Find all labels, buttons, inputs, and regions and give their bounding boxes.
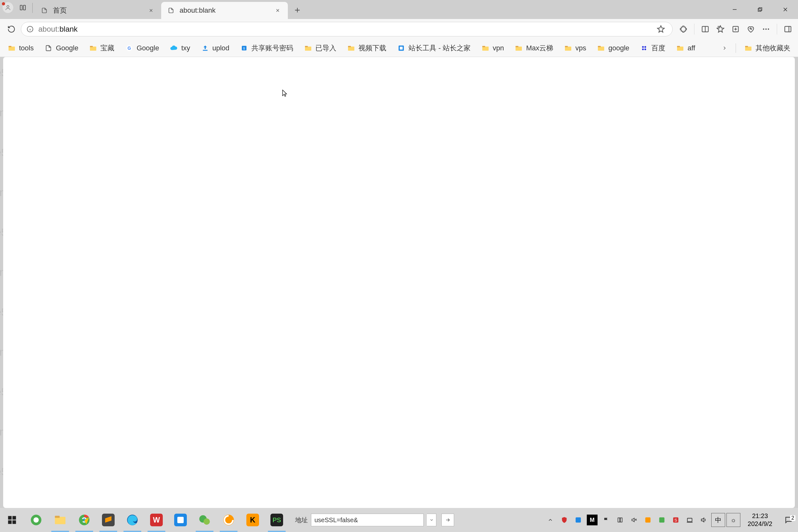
bookmark-item[interactable]: uplod <box>198 43 232 54</box>
favorites-list-button[interactable] <box>714 23 727 36</box>
zz-icon <box>397 44 405 52</box>
bookmark-label: 其他收藏夹 <box>756 43 791 53</box>
bookmark-item[interactable]: 站长工具 - 站长之家 <box>395 42 473 54</box>
svg-rect-42 <box>745 46 748 47</box>
taskbar-app-wps[interactable]: W <box>145 508 169 532</box>
bookmark-item[interactable]: vps <box>562 43 589 54</box>
page-icon <box>40 6 49 15</box>
close-icon[interactable] <box>147 6 155 15</box>
svg-rect-15 <box>90 46 93 47</box>
tab-actions-button[interactable] <box>17 2 28 13</box>
start-button[interactable] <box>0 508 24 532</box>
bookmark-item[interactable]: google <box>594 43 632 54</box>
extensions-button[interactable] <box>677 23 690 36</box>
close-icon[interactable] <box>273 6 282 15</box>
taskbar-clock[interactable]: 21:23 2024/9/2 <box>741 510 779 530</box>
tray-overflow-button[interactable] <box>544 508 557 532</box>
folder-icon <box>515 44 523 52</box>
bookmark-item[interactable]: txy <box>167 43 192 54</box>
address-bar[interactable]: about:blank <box>21 22 672 36</box>
tray-green-icon[interactable] <box>655 508 669 532</box>
tray-security-icon[interactable] <box>557 508 571 532</box>
minimize-button[interactable] <box>722 0 747 19</box>
tab-home[interactable]: 首页 <box>35 2 161 19</box>
taskbar-app-360[interactable] <box>24 508 48 532</box>
taskbar-address-go[interactable] <box>441 514 454 526</box>
taskbar-address-dropdown[interactable] <box>427 514 436 526</box>
separator <box>694 24 695 35</box>
svg-point-37 <box>642 48 644 50</box>
bookmark-item[interactable]: 已导入 <box>302 42 339 54</box>
tab-title: about:blank <box>179 6 216 15</box>
bookmark-label: Max云梯 <box>526 43 553 53</box>
bookmark-item[interactable]: Max云梯 <box>512 42 556 54</box>
more-button[interactable] <box>760 23 772 36</box>
folder-icon <box>7 44 16 52</box>
cloud-icon <box>170 44 178 52</box>
svg-point-8 <box>763 28 764 30</box>
bookmark-label: vps <box>575 44 586 52</box>
tray-flag-icon[interactable] <box>599 508 613 532</box>
folder-icon <box>676 44 684 52</box>
bookmark-overflow-button[interactable] <box>719 44 730 52</box>
bookmark-item[interactable]: 宝藏 <box>87 42 117 54</box>
refresh-button[interactable] <box>4 21 19 37</box>
svg-text:K: K <box>250 516 255 524</box>
url-scheme: about: <box>38 25 59 33</box>
taskbar-app-edge[interactable] <box>120 508 145 532</box>
tray-orange-icon[interactable] <box>641 508 655 532</box>
bookmark-item[interactable]: vpn <box>479 43 506 54</box>
tab-about-blank[interactable]: about:blank <box>161 2 288 19</box>
bookmark-label: tools <box>19 44 34 52</box>
taskbar-app-explorer[interactable] <box>48 508 72 532</box>
bookmark-item[interactable]: 百度 <box>638 42 668 54</box>
site-info-icon[interactable] <box>26 25 34 33</box>
ime-language-button[interactable]: 中 <box>711 513 725 527</box>
taskbar-app-orange-k[interactable]: K <box>241 508 265 532</box>
taskbar-app-terminal[interactable]: PS <box>265 508 289 532</box>
tray-app-blue-icon[interactable] <box>571 508 585 532</box>
collections-button[interactable] <box>729 23 742 36</box>
bookmark-label: vpn <box>493 44 504 52</box>
bookmark-label: 共享账号密码 <box>251 43 293 53</box>
tray-volume-icon[interactable] <box>697 508 710 532</box>
svg-point-38 <box>644 48 646 50</box>
tray-network-icon[interactable] <box>683 508 697 532</box>
bookmark-item[interactable]: aff <box>673 43 698 54</box>
taskbar-app-sublime[interactable] <box>96 508 120 532</box>
tray-book-icon[interactable] <box>613 508 627 532</box>
tray-s-icon[interactable]: S <box>669 508 683 532</box>
svg-rect-69 <box>659 517 665 523</box>
taskbar-app-chrome[interactable] <box>72 508 96 532</box>
bookmark-item[interactable]: Google <box>42 43 81 54</box>
browser-essentials-button[interactable] <box>744 23 757 36</box>
taskbar-app-orange-swirl[interactable] <box>216 508 241 532</box>
ime-mode-button[interactable]: ☼ <box>726 513 740 527</box>
bookmark-other-folder[interactable]: 其他收藏夹 <box>742 42 793 54</box>
bookmark-item[interactable]: GGoogle <box>122 43 162 54</box>
url-host: blank <box>59 25 78 33</box>
taskbar-address-input[interactable]: useSSL=false& <box>311 514 424 526</box>
close-window-button[interactable] <box>773 0 798 19</box>
tray-mute-icon[interactable] <box>627 508 641 532</box>
clock-date: 2024/9/2 <box>742 520 778 528</box>
favorite-button[interactable] <box>654 23 667 36</box>
svg-rect-24 <box>348 46 351 47</box>
bookmark-item[interactable]: tools <box>5 43 36 54</box>
bookmark-item[interactable]: 视频下载 <box>344 42 389 54</box>
profile-button[interactable] <box>2 2 13 13</box>
maximize-button[interactable] <box>747 0 773 19</box>
new-tab-button[interactable] <box>290 2 305 18</box>
taskbar-app-generic-blue[interactable] <box>169 508 192 532</box>
svg-text:G: G <box>128 45 131 50</box>
svg-point-35 <box>642 46 644 48</box>
notification-badge: 2 <box>790 515 796 521</box>
tab-title: 首页 <box>53 6 67 15</box>
tray-app-m-icon[interactable]: M <box>587 515 597 525</box>
taskbar-app-wechat[interactable] <box>192 508 216 532</box>
split-screen-button[interactable] <box>699 23 711 36</box>
action-center-button[interactable]: 2 <box>779 516 798 524</box>
bookmark-item[interactable]: fi共享账号密码 <box>238 42 296 54</box>
sidebar-toggle-button[interactable] <box>781 23 794 36</box>
page-viewport <box>3 57 795 508</box>
